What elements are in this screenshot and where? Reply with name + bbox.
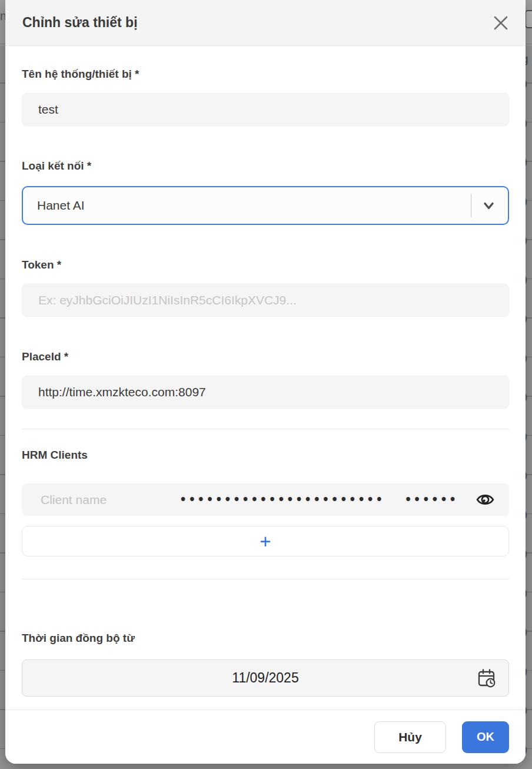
device-name-input[interactable]	[22, 93, 509, 126]
client-name-placeholder: Client name	[41, 493, 107, 507]
backdrop-table-header-band	[0, 0, 5, 46]
add-client-button[interactable]: +	[22, 526, 509, 556]
connection-type-value: Hanet AI	[37, 198, 85, 213]
masked-client-secret: ••••••	[404, 494, 458, 505]
sync-date-input[interactable]: 11/09/2025	[22, 659, 509, 697]
toggle-password-visibility-button[interactable]	[476, 490, 495, 509]
ok-button[interactable]: OK	[462, 721, 509, 753]
token-input[interactable]	[22, 284, 509, 317]
select-divider	[471, 194, 471, 217]
edit-device-modal: Chỉnh sửa thiết bị Tên hệ thống/thiết bị…	[5, 0, 526, 764]
placeid-label: PlaceId *	[22, 350, 509, 364]
sync-time-label: Thời gian đồng bộ từ	[22, 631, 509, 645]
close-icon	[491, 13, 511, 33]
connection-type-label: Loại kết nối *	[22, 159, 509, 173]
placeid-input[interactable]	[22, 376, 509, 409]
section-divider	[22, 429, 509, 429]
backdrop-left-strip: na	[0, 0, 5, 769]
cancel-button[interactable]: Hủy	[374, 721, 446, 753]
device-name-label: Tên hệ thống/thiết bị *	[22, 67, 509, 81]
backdrop-left-text-fragment: na	[0, 9, 5, 23]
masked-client-id: •••••••••••••••••••••••	[179, 494, 384, 505]
token-label: Token *	[22, 258, 509, 272]
hrm-client-row[interactable]: Client name ••••••••••••••••••••••• ••••…	[22, 483, 509, 516]
modal-body: Tên hệ thống/thiết bị * Loại kết nối * H…	[5, 46, 526, 710]
calendar-clock-icon	[477, 668, 496, 688]
modal-footer: Hủy OK	[5, 710, 526, 764]
modal-title: Chỉnh sửa thiết bị	[22, 15, 138, 31]
connection-type-select[interactable]: Hanet AI	[22, 186, 509, 225]
sync-date-value: 11/09/2025	[232, 670, 298, 686]
hrm-clients-label: HRM Clients	[22, 448, 509, 462]
close-button[interactable]	[489, 11, 513, 35]
eye-icon	[476, 490, 495, 509]
section-divider	[22, 579, 509, 579]
plus-icon: +	[260, 532, 271, 551]
chevron-down-icon	[481, 198, 497, 214]
modal-header: Chỉnh sửa thiết bị	[5, 0, 526, 46]
backdrop-button-fragment	[525, 10, 532, 28]
